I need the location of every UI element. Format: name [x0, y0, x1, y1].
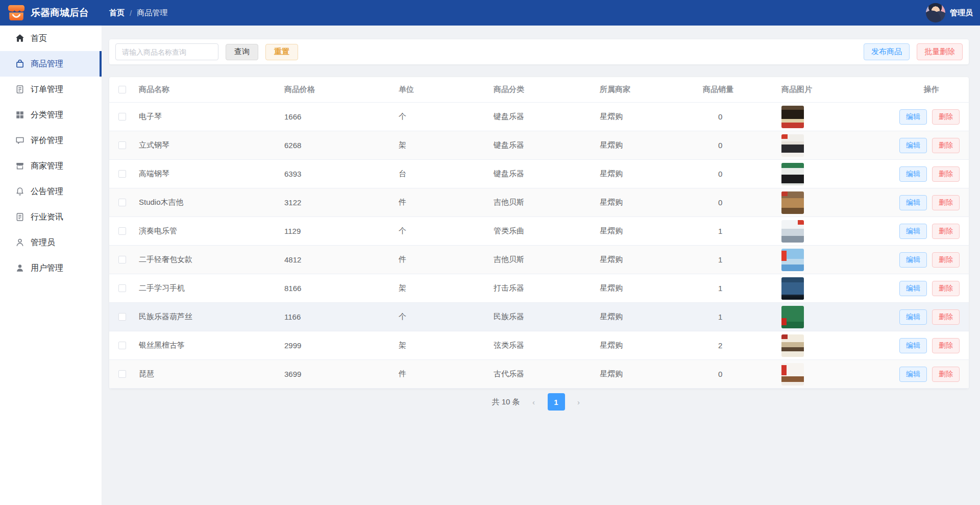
product-category: 古代乐器 [489, 369, 596, 379]
row-checkbox[interactable] [118, 370, 126, 378]
edit-button[interactable]: 编辑 [899, 109, 927, 125]
edit-button[interactable]: 编辑 [899, 224, 927, 239]
delete-button[interactable]: 删除 [932, 109, 960, 125]
sidebar-item-products[interactable]: 商品管理 [0, 51, 102, 77]
product-merchant: 星熠购 [596, 198, 699, 207]
home-icon [15, 34, 24, 43]
table-row: 高端钢琴 6393 台 键盘乐器 星熠购 0 编辑 删除 [109, 160, 969, 188]
row-checkbox[interactable] [118, 342, 126, 349]
shop-icon [15, 161, 24, 171]
product-name: Studio木吉他 [135, 198, 280, 207]
edit-button[interactable]: 编辑 [899, 138, 927, 153]
sidebar-item-announcements[interactable]: 公告管理 [0, 179, 102, 204]
row-checkbox[interactable] [118, 199, 126, 206]
product-unit: 件 [395, 255, 489, 264]
sidebar-item-merchants[interactable]: 商家管理 [0, 153, 102, 179]
product-sales: 0 [699, 170, 777, 178]
product-merchant: 星熠购 [596, 169, 699, 179]
product-category: 键盘乐器 [489, 169, 596, 179]
edit-button[interactable]: 编辑 [899, 367, 927, 382]
product-unit: 个 [395, 112, 489, 122]
product-merchant: 星熠购 [596, 226, 699, 236]
sidebar-item-orders[interactable]: 订单管理 [0, 77, 102, 102]
edit-button[interactable]: 编辑 [899, 281, 927, 296]
batch-delete-button[interactable]: 批量删除 [917, 43, 963, 60]
row-checkbox[interactable] [118, 284, 126, 292]
sidebar-item-admins[interactable]: 管理员 [0, 230, 102, 255]
grid-icon [15, 110, 24, 119]
product-sales: 1 [699, 284, 777, 293]
query-button[interactable]: 查询 [226, 44, 258, 60]
col-merchant: 所属商家 [596, 85, 699, 94]
products-table: 商品名称 商品价格 单位 商品分类 所属商家 商品销量 商品图片 操作 电子琴 … [109, 77, 969, 389]
breadcrumb-home[interactable]: 首页 [109, 8, 125, 18]
user-avatar[interactable] [926, 3, 945, 22]
edit-button[interactable]: 编辑 [899, 252, 927, 268]
row-checkbox[interactable] [118, 313, 126, 321]
publish-product-button[interactable]: 发布商品 [864, 43, 910, 60]
product-category: 键盘乐器 [489, 112, 596, 122]
row-checkbox[interactable] [118, 227, 126, 235]
edit-button[interactable]: 编辑 [899, 309, 927, 325]
product-name: 银丝黑檀古筝 [135, 341, 280, 350]
product-price: 3699 [280, 370, 395, 378]
delete-button[interactable]: 删除 [932, 281, 960, 296]
table-row: 琵琶 3699 件 古代乐器 星熠购 0 编辑 删除 [109, 360, 969, 389]
user-filled-icon [15, 263, 24, 273]
product-sales: 1 [699, 312, 777, 321]
main-content: 查询 重置 发布商品 批量删除 商品名称 商品价格 单位 商品分类 所属商家 商… [102, 26, 980, 505]
product-unit: 件 [395, 198, 489, 207]
sidebar-item-news[interactable]: 行业资讯 [0, 204, 102, 230]
reset-button[interactable]: 重置 [265, 44, 298, 60]
product-sales: 0 [699, 198, 777, 207]
edit-button[interactable]: 编辑 [899, 166, 927, 182]
edit-button[interactable]: 编辑 [899, 338, 927, 353]
product-name: 二手学习手机 [135, 283, 280, 293]
product-image [781, 106, 804, 128]
product-name: 高端钢琴 [135, 169, 280, 179]
row-checkbox[interactable] [118, 141, 126, 149]
edit-button[interactable]: 编辑 [899, 195, 927, 210]
product-price: 6268 [280, 141, 395, 150]
sidebar-item-reviews[interactable]: 评价管理 [0, 128, 102, 153]
chevron-left-icon[interactable]: ‹ [526, 393, 542, 411]
col-image: 商品图片 [777, 85, 895, 94]
row-checkbox[interactable] [118, 256, 126, 263]
col-sales: 商品销量 [699, 85, 777, 94]
delete-button[interactable]: 删除 [932, 252, 960, 268]
product-name: 立式钢琴 [135, 140, 280, 150]
delete-button[interactable]: 删除 [932, 195, 960, 210]
sidebar-item-home[interactable]: 首页 [0, 26, 102, 51]
table-row: 电子琴 1666 个 键盘乐器 星熠购 0 编辑 删除 [109, 103, 969, 131]
product-name: 民族乐器葫芦丝 [135, 312, 280, 322]
product-merchant: 星熠购 [596, 312, 699, 322]
sidebar-item-users[interactable]: 用户管理 [0, 255, 102, 281]
col-product-name: 商品名称 [135, 85, 280, 94]
delete-button[interactable]: 删除 [932, 138, 960, 153]
sidebar-item-categories[interactable]: 分类管理 [0, 102, 102, 128]
product-price: 8166 [280, 284, 395, 293]
delete-button[interactable]: 删除 [932, 338, 960, 353]
search-input[interactable] [115, 43, 218, 60]
product-unit: 个 [395, 312, 489, 322]
breadcrumb: 首页 / 商品管理 [109, 8, 167, 18]
chevron-right-icon[interactable]: › [571, 393, 586, 411]
select-all-checkbox[interactable] [118, 86, 126, 93]
row-checkbox[interactable] [118, 170, 126, 178]
table-row: 二手轻奢包女款 4812 件 吉他贝斯 星熠购 1 编辑 删除 [109, 246, 969, 274]
pagination: 共 10 条 ‹ 1 › [109, 393, 969, 411]
product-image [781, 220, 804, 243]
row-checkbox[interactable] [118, 113, 126, 121]
table-body: 电子琴 1666 个 键盘乐器 星熠购 0 编辑 删除 立式钢琴 6268 架 … [109, 103, 969, 389]
delete-button[interactable]: 删除 [932, 309, 960, 325]
delete-button[interactable]: 删除 [932, 367, 960, 382]
product-price: 1129 [280, 227, 395, 235]
product-merchant: 星熠购 [596, 369, 699, 379]
product-category: 键盘乐器 [489, 140, 596, 150]
search-toolbar: 查询 重置 发布商品 批量删除 [109, 39, 969, 64]
delete-button[interactable]: 删除 [932, 224, 960, 239]
pagination-page-1[interactable]: 1 [548, 393, 565, 411]
sidebar: 首页 商品管理 订单管理 分类管理 评价管理 商家管理 公告管理 行业资讯 管理… [0, 26, 102, 505]
delete-button[interactable]: 删除 [932, 166, 960, 182]
brand: 乐器商城后台 [0, 5, 102, 21]
